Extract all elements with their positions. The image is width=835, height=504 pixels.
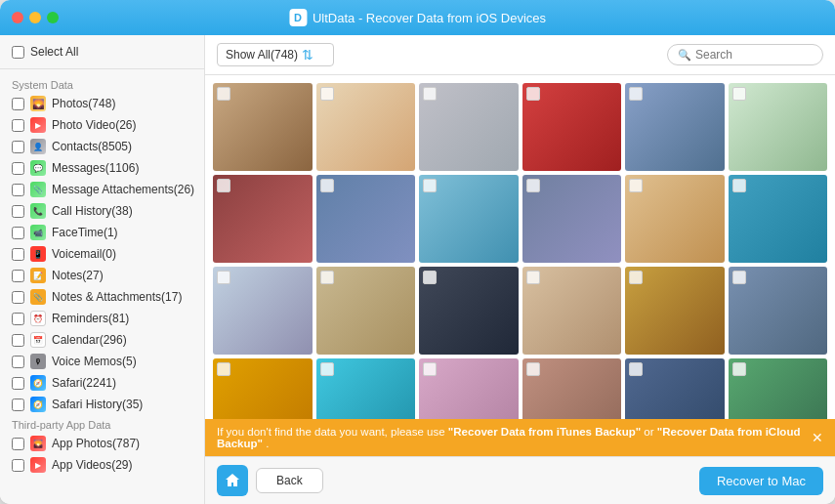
safari-checkbox[interactable] xyxy=(12,377,24,390)
photo-cell[interactable] xyxy=(316,175,416,263)
minimize-button[interactable] xyxy=(29,12,41,23)
photos-label: Photos(748) xyxy=(52,97,115,110)
photo-cell[interactable] xyxy=(522,267,622,355)
photo-select-checkbox[interactable] xyxy=(732,362,746,376)
photo-select-checkbox[interactable] xyxy=(629,271,643,284)
sidebar-item-photos[interactable]: 🌄 Photos(748) xyxy=(0,93,204,114)
photo-select-checkbox[interactable] xyxy=(217,362,230,376)
select-all-row[interactable]: Select All xyxy=(12,45,192,59)
photo-cell[interactable] xyxy=(625,83,725,171)
photo-video-checkbox[interactable] xyxy=(12,119,24,132)
photo-select-checkbox[interactable] xyxy=(732,87,746,101)
photo-cell[interactable] xyxy=(419,267,519,355)
photo-select-checkbox[interactable] xyxy=(423,362,437,376)
photo-select-checkbox[interactable] xyxy=(217,179,230,192)
sidebar-item-app-photos[interactable]: 🌄 App Photos(787) xyxy=(0,433,204,454)
sidebar-item-safari[interactable]: 🧭 Safari(2241) xyxy=(0,372,204,394)
photo-cell[interactable] xyxy=(729,358,828,419)
sidebar-item-notes-attach[interactable]: 📎 Notes & Attachments(17) xyxy=(0,286,204,308)
sidebar-item-photo-video[interactable]: ▶ Photo Video(26) xyxy=(0,114,204,136)
maximize-button[interactable] xyxy=(47,12,59,23)
photo-cell[interactable] xyxy=(729,175,828,263)
reminders-checkbox[interactable] xyxy=(12,313,24,325)
photo-select-checkbox[interactable] xyxy=(732,179,746,192)
photo-select-checkbox[interactable] xyxy=(320,87,334,101)
voicemail-checkbox[interactable] xyxy=(12,248,24,261)
photo-select-checkbox[interactable] xyxy=(526,87,540,101)
photo-select-checkbox[interactable] xyxy=(320,179,334,192)
sidebar-item-calendar[interactable]: 📅 Calendar(296) xyxy=(0,329,204,351)
banner-link1[interactable]: "Recover Data from iTunes Backup" xyxy=(448,426,641,438)
safari-history-checkbox[interactable] xyxy=(12,399,24,411)
photo-cell[interactable] xyxy=(419,175,519,263)
photo-select-checkbox[interactable] xyxy=(423,271,437,284)
photo-select-checkbox[interactable] xyxy=(526,271,540,284)
photo-cell[interactable] xyxy=(522,175,622,263)
photo-cell[interactable] xyxy=(213,358,313,419)
msg-attach-checkbox[interactable] xyxy=(12,184,24,196)
photo-cell[interactable] xyxy=(625,358,725,419)
photo-select-checkbox[interactable] xyxy=(217,271,230,284)
photo-cell[interactable] xyxy=(419,83,519,171)
sidebar-item-facetime[interactable]: 📹 FaceTime(1) xyxy=(0,222,204,243)
photo-select-checkbox[interactable] xyxy=(629,362,643,376)
recover-button[interactable]: Recover to Mac xyxy=(699,467,823,495)
photo-cell[interactable] xyxy=(419,358,519,419)
content-area: Select All System Data 🌄 Photos(748) ▶ P… xyxy=(0,35,835,504)
banner-close-icon[interactable]: ✕ xyxy=(812,430,823,445)
photo-select-checkbox[interactable] xyxy=(629,179,643,192)
sidebar-item-safari-history[interactable]: 🧭 Safari History(35) xyxy=(0,394,204,415)
sidebar-item-msg-attach[interactable]: 📎 Message Attachements(26) xyxy=(0,179,204,200)
notes-attach-label: Notes & Attachments(17) xyxy=(52,290,182,304)
photo-select-checkbox[interactable] xyxy=(732,271,746,284)
home-button[interactable] xyxy=(217,465,248,496)
select-all-checkbox[interactable] xyxy=(12,46,24,59)
photo-cell[interactable] xyxy=(522,358,622,419)
photo-select-checkbox[interactable] xyxy=(526,179,540,192)
photo-cell[interactable] xyxy=(316,83,416,171)
sidebar-item-contacts[interactable]: 👤 Contacts(8505) xyxy=(0,136,204,157)
app-videos-checkbox[interactable] xyxy=(12,459,24,472)
photo-cell[interactable] xyxy=(522,83,622,171)
notes-attach-checkbox[interactable] xyxy=(12,291,24,304)
photo-cell[interactable] xyxy=(625,267,725,355)
sidebar-item-app-videos[interactable]: ▶ App Videos(29) xyxy=(0,454,204,476)
photo-select-checkbox[interactable] xyxy=(423,87,437,101)
photo-select-checkbox[interactable] xyxy=(629,87,643,101)
photo-select-checkbox[interactable] xyxy=(320,362,334,376)
sidebar-item-call-history[interactable]: 📞 Call History(38) xyxy=(0,200,204,222)
photo-cell[interactable] xyxy=(729,267,828,355)
close-button[interactable] xyxy=(12,12,23,23)
search-input[interactable] xyxy=(695,48,813,62)
photo-cell[interactable] xyxy=(316,267,416,355)
photo-cell[interactable] xyxy=(213,175,313,263)
notes-checkbox[interactable] xyxy=(12,270,24,282)
photo-select-checkbox[interactable] xyxy=(526,362,540,376)
sidebar-item-voicemail[interactable]: 📱 Voicemail(0) xyxy=(0,243,204,265)
photo-select-checkbox[interactable] xyxy=(423,179,437,192)
photo-select-checkbox[interactable] xyxy=(217,87,230,101)
photo-cell[interactable] xyxy=(625,175,725,263)
window-title: D UltData - Recover Data from iOS Device… xyxy=(289,9,546,26)
app-photos-checkbox[interactable] xyxy=(12,438,24,450)
calendar-checkbox[interactable] xyxy=(12,334,24,347)
filter-dropdown[interactable]: Show All(748) ⇅ xyxy=(217,43,334,66)
messages-checkbox[interactable] xyxy=(12,162,24,175)
photo-cell[interactable] xyxy=(729,83,828,171)
sidebar-item-notes[interactable]: 📝 Notes(27) xyxy=(0,265,204,286)
sidebar-item-voice-memos[interactable]: 🎙 Voice Memos(5) xyxy=(0,351,204,372)
facetime-checkbox[interactable] xyxy=(12,227,24,239)
contacts-icon: 👤 xyxy=(30,139,46,154)
call-history-checkbox[interactable] xyxy=(12,205,24,218)
sidebar-item-reminders[interactable]: ⏰ Reminders(81) xyxy=(0,308,204,329)
notes-icon: 📝 xyxy=(30,268,46,283)
back-button[interactable]: Back xyxy=(256,468,323,493)
photo-cell[interactable] xyxy=(213,267,313,355)
photo-select-checkbox[interactable] xyxy=(320,271,334,284)
sidebar-item-messages[interactable]: 💬 Messages(1106) xyxy=(0,157,204,179)
photos-checkbox[interactable] xyxy=(12,98,24,110)
photo-cell[interactable] xyxy=(213,83,313,171)
contacts-checkbox[interactable] xyxy=(12,141,24,153)
voice-memos-checkbox[interactable] xyxy=(12,356,24,368)
photo-cell[interactable] xyxy=(316,358,416,419)
